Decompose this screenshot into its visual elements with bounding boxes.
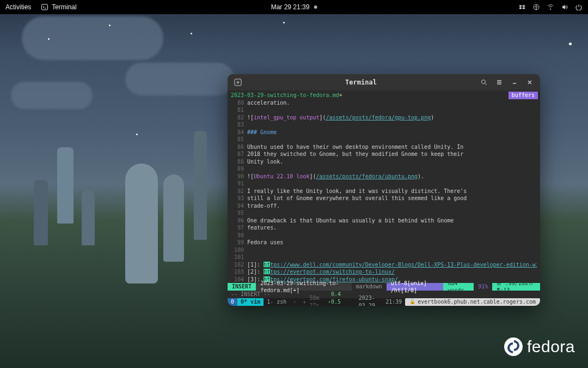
code-line: 90![Ubuntu 22.10 look](/assets/posts/fed…: [228, 173, 540, 180]
code-line: 83: [228, 121, 540, 129]
code-line: 94trade-off.: [228, 202, 540, 210]
code-line: 103[2]: https://evertpot.com/switching-t…: [228, 268, 540, 276]
status-wordcount: 684 words: [443, 283, 474, 291]
tmux-uptime: ✦ 58m 27s: [299, 298, 324, 306]
code-line: 102[1]: https://www.dell.com/community/D…: [228, 261, 540, 269]
code-line: 80acceleration.: [228, 99, 540, 107]
terminal-icon: [41, 3, 48, 11]
terminal-content[interactable]: 2023-03-29-switching-to-fedora.md+ buffe…: [228, 91, 540, 306]
tmux-date: 2023-03-29: [356, 298, 382, 306]
fedora-watermark: fedora: [504, 337, 575, 356]
code-line: 84### Gnome: [228, 129, 540, 136]
status-encoding: utf-8[unix] /ht[1/8]: [387, 283, 444, 291]
svg-point-3: [550, 9, 551, 10]
dropbox-icon[interactable]: [518, 3, 526, 11]
accessibility-icon[interactable]: [532, 3, 540, 11]
tmux-arrow-icon: ›: [290, 298, 299, 306]
code-line: 99Fedora uses: [228, 239, 540, 246]
code-line: 95: [228, 209, 540, 217]
tmux-window-other: 1- zsh: [264, 298, 290, 306]
activities-button[interactable]: Activities: [5, 3, 31, 11]
wifi-icon[interactable]: [547, 3, 554, 11]
status-filetype: markdown: [352, 283, 387, 291]
gnome-top-bar: Activities Terminal Mar 29 21:39: [0, 0, 588, 14]
terminal-title: Terminal: [245, 79, 477, 86]
tmux-time: 21:39: [382, 298, 405, 306]
app-menu-label: Terminal: [52, 3, 76, 11]
status-position: ☰ :99/108㏑ ¶:13: [492, 283, 540, 291]
menu-button[interactable]: [492, 76, 506, 88]
close-button[interactable]: [523, 76, 537, 88]
search-button[interactable]: [477, 76, 491, 88]
terminal-window: Terminal 2023-03-29-switching-to-fedora.…: [228, 74, 540, 306]
clock-button[interactable]: Mar 29 21:39: [271, 3, 317, 11]
code-line: 97features.: [228, 224, 540, 232]
buffers-badge: buffers: [509, 92, 538, 99]
code-line: 81: [228, 106, 540, 114]
tmux-statusline: 0 0* vim 1- zsh › ✦ 58m 27s ‹ 0.4 0.5 0.…: [228, 298, 540, 306]
code-line: 92I really like the Unity look, and it w…: [228, 188, 540, 195]
code-line: 82![intel_gpu_top output](/assets/posts/…: [228, 114, 540, 122]
code-line: 89: [228, 165, 540, 173]
code-line: 101: [228, 254, 540, 261]
power-icon[interactable]: [575, 3, 583, 11]
svg-point-2: [536, 5, 537, 7]
vim-filename-line: 2023-03-29-switching-to-fedora.md+: [228, 92, 540, 99]
code-line: 100: [228, 246, 540, 254]
svg-point-5: [482, 80, 486, 84]
tmux-window-active: 0* vim: [237, 298, 264, 306]
code-line: 98: [228, 232, 540, 239]
fedora-logo-text: fedora: [527, 337, 575, 356]
vim-statusline: INSERT 2023-03-29-switching-to-fedora.md…: [228, 283, 540, 291]
tmux-load: ‹ 0.4 0.5 0.5: [324, 298, 356, 306]
volume-icon[interactable]: [561, 3, 568, 11]
status-filename: 2023-03-29-switching-to-fedora.md[+]: [256, 283, 352, 291]
new-tab-button[interactable]: [231, 76, 245, 88]
clock-label: Mar 29 21:39: [271, 3, 310, 11]
code-line: 85: [228, 136, 540, 143]
status-percent: 91%: [474, 283, 492, 291]
code-line: 91: [228, 180, 540, 188]
code-line: 86Ubuntu used to have their own desktop …: [228, 143, 540, 151]
app-menu-button[interactable]: Terminal: [41, 3, 76, 11]
code-line: 93still a lot of Gnome everywhere but ov…: [228, 195, 540, 202]
minimize-button[interactable]: [507, 76, 522, 88]
terminal-titlebar[interactable]: Terminal: [228, 74, 540, 91]
code-line: 96One drawback is that Ubuntu was usuall…: [228, 217, 540, 225]
tmux-hostname: 🔒evertbook6.phub.net.cable.rogers.com: [405, 298, 540, 306]
lock-icon: 🔒: [409, 298, 415, 305]
tmux-session: 0: [228, 298, 237, 306]
mode-indicator: INSERT: [228, 283, 256, 291]
notification-dot-icon: [314, 5, 317, 9]
code-line: 872018 they switched to Gnome, but they …: [228, 150, 540, 158]
svg-rect-0: [42, 4, 48, 10]
fedora-logo-icon: [504, 337, 523, 356]
code-line: 88Unity look.: [228, 158, 540, 166]
